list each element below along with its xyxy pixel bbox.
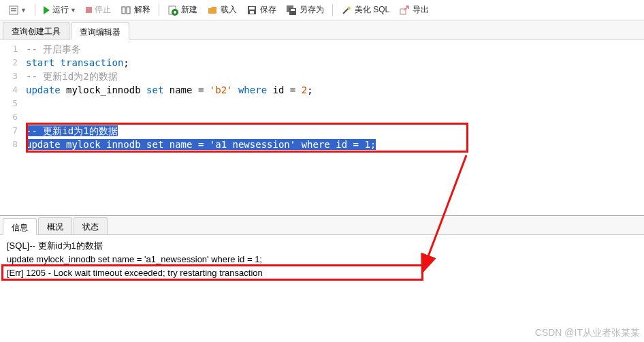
svg-rect-14 (291, 9, 295, 11)
code-token: set (146, 139, 163, 150)
svg-rect-2 (11, 10, 16, 12)
tab-profile[interactable]: 概况 (38, 217, 72, 234)
saveas-icon (286, 5, 297, 16)
separator (159, 4, 159, 16)
save-icon (246, 5, 257, 16)
play-icon (44, 6, 50, 14)
line-number: 1 (0, 42, 26, 56)
stop-label: 停止 (95, 4, 111, 16)
saveas-label: 另存为 (300, 4, 324, 16)
export-icon (399, 5, 410, 16)
tab-builder[interactable]: 查询创建工具 (3, 22, 69, 39)
load-button[interactable]: 载入 (203, 3, 241, 17)
line-number: 6 (0, 110, 26, 124)
line-number: 8 (0, 138, 26, 151)
toolbar: ▼ 运行 ▼ 停止 解释 新建 载入 保存 另存为 美化 SQL 导出 (0, 0, 644, 20)
new-button[interactable]: 新建 (163, 3, 202, 17)
code-token: = (347, 139, 364, 150)
code-token: 'a1_newsession' (210, 139, 295, 150)
svg-rect-11 (250, 11, 254, 14)
separator (332, 4, 333, 16)
load-label: 载入 (221, 4, 237, 16)
new-icon (167, 5, 178, 16)
new-label: 新建 (181, 4, 197, 16)
output-area: [SQL]-- 更新id为1的数据 update mylock_innodb s… (0, 235, 644, 317)
stop-button[interactable]: 停止 (82, 3, 115, 17)
save-button[interactable]: 保存 (242, 3, 280, 17)
code-token: mylock_innodb (66, 139, 141, 150)
code-token: 2 (302, 84, 307, 95)
output-line: [SQL]-- 更新id为1的数据 (7, 239, 637, 253)
code-token: ; (307, 84, 312, 95)
run-label: 运行 (52, 4, 69, 16)
code-token: id (336, 139, 347, 150)
code-token: 'b2' (210, 84, 233, 95)
sql-editor[interactable]: 1-- 开启事务 2start transaction; 3-- 更新id为2的… (0, 40, 644, 215)
tab-status[interactable]: 状态 (74, 217, 108, 234)
code-token: where (238, 84, 267, 95)
code-token: set (146, 84, 163, 95)
query-menu-button[interactable]: ▼ (4, 3, 31, 17)
wand-icon (341, 5, 352, 16)
query-icon (8, 5, 19, 16)
beautify-label: 美化 SQL (355, 4, 389, 16)
explain-label: 解释 (134, 4, 150, 16)
dropdown-icon: ▼ (70, 7, 76, 14)
svg-rect-8 (174, 11, 176, 14)
code-token: id (273, 84, 285, 95)
export-label: 导出 (413, 4, 429, 16)
svg-rect-4 (127, 7, 130, 14)
code-token: ; (370, 139, 376, 150)
line-number: 2 (0, 56, 26, 69)
query-tabbar: 查询创建工具 查询编辑器 (0, 20, 644, 40)
code-token: ; (123, 57, 129, 68)
code-token: name (170, 139, 193, 150)
tab-info[interactable]: 信息 (3, 218, 37, 235)
code-token: 1 (364, 139, 370, 150)
output-line: [Err] 1205 - Lock wait timeout exceeded;… (7, 266, 637, 280)
separator (35, 4, 35, 16)
selected-text: -- 更新id为1的数据 (26, 125, 118, 136)
svg-rect-1 (11, 8, 16, 10)
run-button[interactable]: 运行 ▼ (39, 3, 80, 17)
code-token: = (284, 84, 301, 95)
tab-editor[interactable]: 查询编辑器 (71, 22, 129, 40)
result-panel: 信息 概况 状态 [SQL]-- 更新id为1的数据 update mylock… (0, 215, 644, 317)
stop-icon (86, 7, 92, 13)
code-token: = (192, 139, 209, 150)
svg-rect-10 (249, 7, 255, 10)
line-number: 3 (0, 69, 26, 83)
code-token: update (26, 84, 61, 95)
selected-text: update mylock_innodb set name = 'a1_news… (26, 139, 376, 150)
dropdown-icon: ▼ (20, 7, 27, 14)
code-comment: -- 更新id为2的数据 (26, 71, 118, 82)
explain-icon (120, 5, 131, 16)
code-token: where (302, 139, 330, 150)
code-token: = (192, 84, 209, 95)
line-number: 5 (0, 97, 26, 110)
save-label: 保存 (260, 4, 276, 16)
folder-icon (207, 5, 218, 16)
code-token: update (26, 139, 61, 150)
code-token: transaction (61, 57, 124, 68)
code-token: start (26, 57, 54, 68)
explain-button[interactable]: 解释 (116, 3, 155, 17)
code-token: name (170, 84, 193, 95)
line-number: 7 (0, 124, 26, 138)
export-button[interactable]: 导出 (395, 3, 433, 17)
output-line: update mylock_innodb set name = 'a1_news… (7, 253, 637, 266)
beautify-button[interactable]: 美化 SQL (337, 3, 393, 17)
watermark: CSDN @IT从业者张某某 (535, 327, 640, 339)
code-token: mylock_innodb (66, 84, 141, 95)
code-comment: -- 更新id为1的数据 (26, 125, 118, 136)
result-tabbar: 信息 概况 状态 (0, 216, 644, 235)
saveas-button[interactable]: 另存为 (282, 3, 328, 17)
line-number: 4 (0, 83, 26, 97)
code-comment: -- 开启事务 (26, 44, 81, 55)
svg-rect-3 (122, 7, 125, 14)
